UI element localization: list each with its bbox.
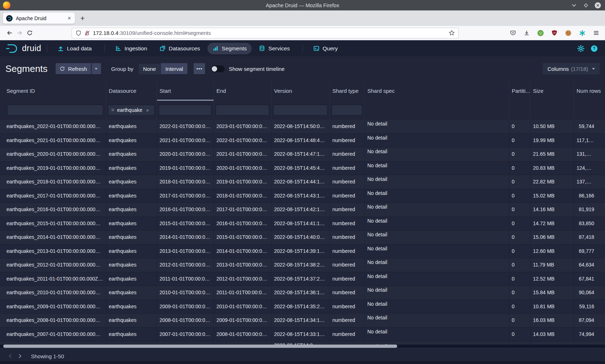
nav-item-query[interactable]: Query <box>308 43 343 54</box>
extension-asterisk-icon[interactable] <box>579 30 586 36</box>
column-header-shard-spec[interactable]: Shard spec <box>365 81 509 101</box>
column-header-size[interactable]: Size <box>530 81 574 101</box>
previous-page-icon[interactable] <box>6 351 15 361</box>
group-by-none-button[interactable]: None <box>138 63 161 74</box>
cell-segment-id: earthquakes_2014-01-01T00:00:00.000Z_2..… <box>0 231 106 244</box>
table-row[interactable]: earthquakes_2017-01-01T00:00:00.000Z_2..… <box>0 189 605 203</box>
filter-remove-icon[interactable]: × <box>146 107 149 113</box>
column-header-datasource[interactable]: Datasource <box>106 81 157 101</box>
menu-hamburger-icon[interactable] <box>593 30 599 36</box>
tab-close-icon[interactable]: × <box>67 15 72 21</box>
datasource-filter-input[interactable]: = earthquake × <box>108 105 154 115</box>
new-tab-button[interactable]: + <box>80 14 85 23</box>
cell-shard-spec: No detail <box>365 189 509 203</box>
cell-size: 16.03 MB <box>530 314 574 327</box>
cell-segment-id: earthquakes_2008-01-01T00:00:00.000Z_2..… <box>0 314 106 327</box>
refresh-dropdown-button[interactable] <box>91 63 101 74</box>
tab-strip: Apache Druid × + <box>0 10 605 26</box>
insecure-lock-icon[interactable] <box>84 30 90 36</box>
druid-brand[interactable]: druid <box>5 43 41 54</box>
horizontal-scrollbar[interactable] <box>0 345 605 348</box>
scrollbar-thumb[interactable] <box>3 345 397 348</box>
tab-apache-druid[interactable]: Apache Druid × <box>3 13 75 24</box>
table-row[interactable]: earthquakes_2011-01-01T00:00:00.000Z_2..… <box>0 272 605 286</box>
url-text[interactable]: 172.18.0.4:30109/unified-console.html#se… <box>93 30 449 36</box>
column-header-num-rows[interactable]: Num rows <box>574 81 605 101</box>
start-filter-input[interactable] <box>159 105 211 115</box>
url-bar[interactable]: 172.18.0.4:30109/unified-console.html#se… <box>72 28 459 38</box>
nav-item-load-data[interactable]: Load data <box>53 43 97 54</box>
table-row[interactable]: earthquakes_2018-01-01T00:00:00.000Z_2..… <box>0 175 605 189</box>
table-row[interactable]: earthquakes_2019-01-01T00:00:00.000Z_2..… <box>0 161 605 176</box>
cell-num-rows: 67,841 <box>574 272 605 286</box>
column-header-end[interactable]: End <box>214 81 272 101</box>
nav-item-ingestion[interactable]: Ingestion <box>110 43 152 54</box>
cell-datasource: earthquakes <box>106 286 157 300</box>
nav-item-segments[interactable]: Segments <box>207 43 252 54</box>
close-icon[interactable] <box>594 2 601 9</box>
cell-version: 2022-08-15T14:44:14.1... <box>272 175 330 189</box>
nav-item-datasources[interactable]: Datasources <box>154 43 205 54</box>
table-row[interactable]: earthquakes_2021-01-01T00:00:00.000Z_2..… <box>0 134 605 148</box>
cell-num-rows: 131,942 <box>574 147 605 161</box>
pagination-footer: Showing 1-50 <box>0 348 605 364</box>
cell-start: 2022-01-01T00:00:00.0... <box>157 120 214 133</box>
bookmark-star-icon[interactable] <box>449 30 455 36</box>
druid-favicon <box>6 15 13 22</box>
refresh-button[interactable]: Refresh <box>55 63 91 74</box>
cell-end: 2009-01-01T00:00:00.0... <box>214 314 272 327</box>
cell-end: 2019-01-01T00:00:00.0... <box>214 175 272 189</box>
table-row[interactable]: earthquakes_2007-01-01T00:00:00.000Z_2..… <box>0 328 605 342</box>
table-row[interactable]: earthquakes_2008-01-01T00:00:00.000Z_2..… <box>0 314 605 328</box>
columns-button[interactable]: Columns (17/18) <box>543 63 600 74</box>
cell-num-rows: 137,575 <box>574 175 605 189</box>
pocket-icon[interactable] <box>510 30 516 36</box>
nav-item-label: Services <box>268 45 290 52</box>
shard-type-filter-input[interactable] <box>332 105 362 115</box>
privacy-badger-icon[interactable] <box>537 30 544 36</box>
ublock-icon[interactable]: u0 <box>551 30 557 36</box>
cell-version: 2022-08-15T14:48:43.0... <box>272 134 330 147</box>
cell-size: 21.65 MB <box>530 147 574 161</box>
column-header-partition[interactable]: Partiti... <box>509 81 530 101</box>
help-icon[interactable]: ? <box>591 45 598 52</box>
table-row[interactable]: earthquakes_2014-01-01T00:00:00.000Z_2..… <box>0 231 605 245</box>
table-row[interactable]: earthquakes_2012-01-01T00:00:00.000Z_2..… <box>0 258 605 272</box>
window-titlebar: Apache Druid — Mozilla Firefox <box>0 0 605 10</box>
maximize-icon[interactable] <box>582 2 590 9</box>
column-header-shard-type[interactable]: Shard type <box>330 81 365 101</box>
settings-gear-icon[interactable] <box>577 45 584 52</box>
reload-icon[interactable] <box>24 28 35 38</box>
druid-navbar: druid Load data Ingestion Datasources Se… <box>0 40 605 56</box>
table-row[interactable]: earthquakes_2009-01-01T00:00:00.000Z_2..… <box>0 300 605 314</box>
minimize-icon[interactable] <box>570 2 578 9</box>
refresh-icon <box>59 66 65 72</box>
column-header-segment-id[interactable]: Segment ID <box>0 81 106 101</box>
cell-num-rows: 69,777 <box>574 245 605 258</box>
group-by-interval-button[interactable]: Interval <box>161 63 188 74</box>
back-icon[interactable] <box>4 28 14 38</box>
cell-shard-type: numbered <box>330 328 365 341</box>
chevron-down-icon <box>592 68 595 70</box>
download-icon[interactable] <box>524 30 530 36</box>
table-row[interactable]: earthquakes_2015-01-01T00:00:00.000Z_2..… <box>0 217 605 231</box>
table-row[interactable]: earthquakes_2013-01-01T00:00:00.000Z_2..… <box>0 245 605 259</box>
table-row[interactable]: earthquakes_2020-01-01T00:00:00.000Z_2..… <box>0 147 605 161</box>
end-filter-input[interactable] <box>216 105 269 115</box>
cell-segment-id: earthquakes_2013-01-01T00:00:00.000Z_2..… <box>0 245 106 258</box>
segment-timeline-toggle[interactable] <box>211 65 225 72</box>
column-header-start[interactable]: Start <box>157 81 214 101</box>
next-page-icon[interactable] <box>15 351 24 361</box>
cookie-icon[interactable] <box>565 30 572 36</box>
more-options-button[interactable]: ••• <box>193 63 205 74</box>
column-header-version[interactable]: Version <box>272 81 330 101</box>
version-filter-input[interactable] <box>273 105 327 115</box>
segment-id-filter-input[interactable] <box>7 105 103 115</box>
browser-toolbar: 172.18.0.4:30109/unified-console.html#se… <box>0 26 605 40</box>
table-row[interactable]: earthquakes_2016-01-01T00:00:00.000Z_2..… <box>0 203 605 217</box>
forward-icon[interactable] <box>14 28 24 38</box>
table-row[interactable]: earthquakes_2022-01-01T00:00:00.000Z_2..… <box>0 120 605 134</box>
table-row[interactable]: earthquakes_2010-01-01T00:00:00.000Z_2..… <box>0 286 605 300</box>
nav-item-services[interactable]: Services <box>254 43 295 54</box>
shield-icon[interactable] <box>76 30 81 36</box>
